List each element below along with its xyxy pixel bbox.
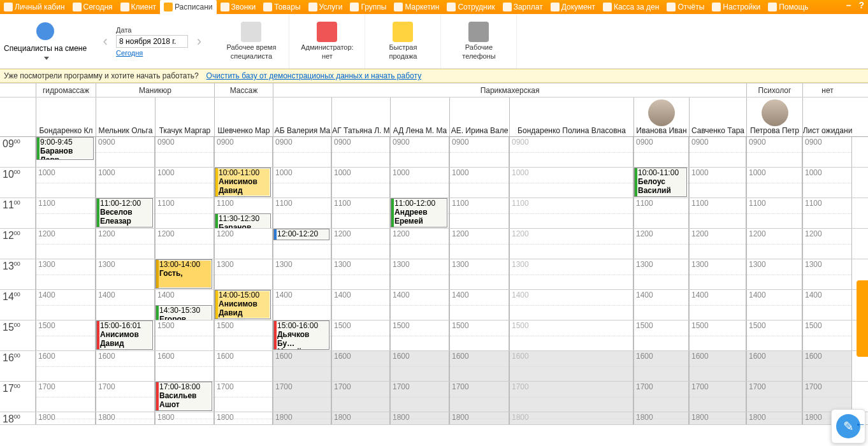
schedule-cell[interactable]: 1000 [746,168,802,198]
ribbon-tab-10[interactable]: Зарплат [499,0,547,14]
appointment[interactable]: 13:00-14:00Гость, [156,259,212,289]
schedule-cell[interactable]: 110011:30-12:30Баранов Лавр Константин… [214,198,273,228]
date-select[interactable]: 8 ноября 2018 г. [116,35,188,48]
ribbon-tab-2[interactable]: Клиент [117,0,161,14]
schedule-cell[interactable]: 1400 [96,290,155,320]
appointment[interactable]: 17:00-18:00Васильев Ашот [156,382,212,411]
schedule-cell[interactable]: 1200 [331,229,390,259]
schedule-cell[interactable]: 1400 [802,290,852,320]
schedule-cell[interactable]: 1200 [509,229,633,259]
appointment[interactable]: 14:30-15:30Егоров Вол… Эдуардович – [156,305,212,320]
schedule-cell[interactable]: 1100 [689,198,746,228]
schedule-cell[interactable]: 1300 [689,259,746,289]
staff-cell[interactable]: АГ Татьяна Л. М [331,97,390,136]
schedule-cell[interactable]: 1000 [449,168,509,198]
staff-cell[interactable]: Бондаренко Полина Власовна [509,97,633,136]
appointment[interactable]: 15:00-16:00Дьячков Бу… Михайлович – [273,320,329,350]
demo-clear-link[interactable]: Очистить базу от демонстрационых данных … [206,71,422,80]
ribbon-tab-4[interactable]: Звонки [217,0,260,14]
schedule-cell[interactable]: 1000 [331,168,390,198]
staff-cell[interactable]: АЕ. Ирина Вале [449,97,509,136]
schedule-cell[interactable]: 0900 [390,137,449,167]
schedule-cell[interactable]: 0900 [633,137,689,167]
schedule-cell[interactable]: 1100 [36,198,96,228]
schedule-cell[interactable]: 0900 [96,137,155,167]
schedule-cell[interactable]: 1300 [449,259,509,289]
schedule-cell[interactable]: 1400 [273,290,331,320]
schedule-cell[interactable]: 1200 [449,229,509,259]
schedule-cell[interactable]: 1800 [36,412,96,424]
schedule-cell[interactable]: 150015:00-16:01Анисимов Давид [96,320,155,350]
appointment[interactable]: 11:00-12:00Веселов Елеазар [96,198,153,227]
schedule-cell[interactable]: 110011:00-12:00Веселов Елеазар [96,198,155,228]
schedule-cell[interactable]: 0900 [802,137,852,167]
staff-cell[interactable]: Иванова Иван [633,97,689,136]
schedule-cell[interactable]: 1700 [214,382,273,412]
schedule-cell[interactable]: 1000 [509,168,633,198]
appointment[interactable]: 15:00-16:01Анисимов Давид [96,320,153,350]
schedule-cell[interactable]: 1400 [331,290,390,320]
chat-widget[interactable]: ✎ ← [831,409,865,443]
schedule-cell[interactable]: 1400 [36,290,96,320]
ribbon-tab-14[interactable]: Настройки [708,0,764,14]
ribbon-tab-8[interactable]: Маркетин [390,0,443,14]
ribbon-tab-15[interactable]: Помощь [764,0,812,14]
schedule-cell[interactable]: 1600 [746,351,802,381]
schedule-cell[interactable]: 1000 [390,168,449,198]
schedule-cell[interactable]: 1400 [449,290,509,320]
schedule-cell[interactable]: 1600 [331,351,390,381]
administrator-button[interactable]: Администратор: нет [289,14,365,68]
schedule-cell[interactable]: 1600 [155,351,214,381]
schedule-cell[interactable]: 1000 [802,168,852,198]
schedule-cell[interactable]: 1300 [96,259,155,289]
side-tab[interactable] [857,280,868,357]
schedule-cell[interactable]: 1500 [802,320,852,350]
schedule-cell[interactable]: 1200 [96,229,155,259]
schedule-cell[interactable]: 1700 [449,382,509,412]
appointment[interactable]: 10:00-11:00Анисимов Давид [215,168,271,197]
schedule-cell[interactable]: 1700 [390,382,449,412]
schedule-cell[interactable]: 1200 [802,229,852,259]
schedule-cell[interactable]: 150015:00-16:00Дьячков Бу… Михайлович – [273,320,331,350]
minimize-icon[interactable]: – [843,0,855,14]
schedule-cell[interactable]: 09009:00-9:45Баранов Лавр [36,137,96,167]
appointment[interactable]: 11:30-12:30Баранов Лавр Константин… [215,213,271,228]
schedule-cell[interactable]: 1000 [155,168,214,198]
staff-cell[interactable]: Мельник Ольга [96,97,155,136]
schedule-cell[interactable]: 1300 [509,259,633,289]
schedule-cell[interactable]: 1500 [509,320,633,350]
schedule-cell[interactable]: 1800 [449,412,509,424]
schedule-cell[interactable]: 1600 [633,351,689,381]
schedule-cell[interactable]: 1500 [36,320,96,350]
schedule-cell[interactable]: 1700 [746,382,802,412]
schedule-cell[interactable]: 1100 [746,198,802,228]
schedule-cell[interactable]: 1600 [509,351,633,381]
schedule-cell[interactable]: 1500 [331,320,390,350]
schedule-cell[interactable]: 1100 [273,198,331,228]
prev-day-button[interactable]: ‹ [98,30,112,53]
schedule-cell[interactable]: 1700 [273,382,331,412]
schedule-cell[interactable]: 120012:00-12:20 [273,229,331,259]
schedule-cell[interactable]: 1000 [96,168,155,198]
schedule-cell[interactable]: 1300 [633,259,689,289]
schedule-cell[interactable]: 1600 [273,351,331,381]
staff-cell[interactable]: Шевченко Мар [214,97,273,136]
schedule-cell[interactable]: 1800 [689,412,746,424]
help-icon[interactable]: ? [855,0,868,14]
schedule-cell[interactable]: 1000 [36,168,96,198]
schedule-cell[interactable]: 0900 [331,137,390,167]
schedule-cell[interactable]: 1300 [214,259,273,289]
quick-sale-button[interactable]: Быстрая продажа [365,14,441,68]
ribbon-tab-3[interactable]: Расписани [160,0,216,14]
staff-cell[interactable]: Лист ожидани [802,97,852,136]
schedule-cell[interactable]: 1200 [633,229,689,259]
work-time-button[interactable]: Рабочее время специалиста [213,14,289,68]
schedule-cell[interactable]: 1100 [155,198,214,228]
schedule-cell[interactable]: 0900 [689,137,746,167]
ribbon-tab-1[interactable]: Сегодня [69,0,117,14]
schedule-cell[interactable]: 1800 [633,412,689,424]
schedule-cell[interactable]: 1500 [390,320,449,350]
schedule-cell[interactable]: 1300 [273,259,331,289]
schedule-cell[interactable]: 1800 [331,412,390,424]
schedule-cell[interactable]: 1600 [390,351,449,381]
